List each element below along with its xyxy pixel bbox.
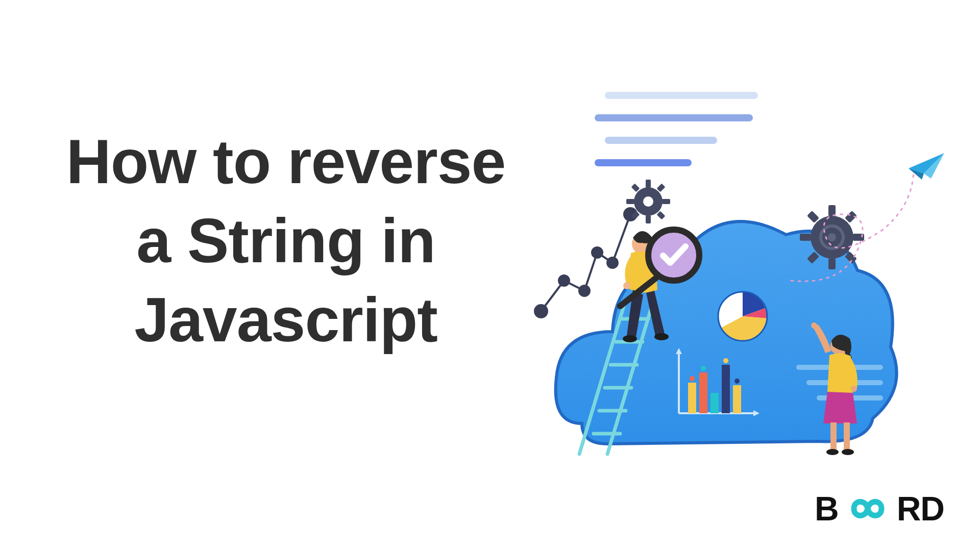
svg-rect-44 bbox=[626, 199, 634, 204]
svg-point-71 bbox=[842, 449, 854, 455]
text-lines-decoration-icon bbox=[595, 92, 758, 166]
svg-rect-47 bbox=[657, 184, 666, 192]
pie-chart-icon bbox=[712, 286, 773, 347]
svg-point-36 bbox=[654, 333, 669, 340]
page-canvas: How to reverse a String in Javascript bbox=[0, 0, 980, 551]
svg-rect-42 bbox=[646, 180, 651, 188]
svg-rect-48 bbox=[631, 211, 640, 220]
svg-rect-18 bbox=[699, 372, 707, 413]
gear-icon bbox=[625, 179, 671, 224]
svg-point-65 bbox=[811, 322, 817, 329]
logo-letters-rd: RD bbox=[897, 489, 944, 528]
title-line-3: Javascript bbox=[31, 281, 541, 360]
svg-point-50 bbox=[643, 196, 653, 207]
svg-rect-46 bbox=[631, 184, 640, 192]
svg-rect-43 bbox=[646, 215, 651, 223]
svg-point-70 bbox=[826, 449, 839, 455]
svg-rect-17 bbox=[688, 383, 696, 413]
page-title: How to reverse a String in Javascript bbox=[31, 122, 541, 360]
infinity-icon bbox=[840, 493, 896, 524]
svg-point-24 bbox=[723, 358, 728, 363]
svg-rect-19 bbox=[710, 393, 719, 413]
svg-marker-16 bbox=[753, 410, 760, 416]
title-line-1: How to reverse bbox=[31, 122, 541, 202]
text-line-icon bbox=[595, 114, 753, 121]
text-line-icon bbox=[595, 159, 692, 166]
person-pointing-icon bbox=[804, 321, 865, 459]
text-line-icon bbox=[605, 137, 717, 144]
svg-point-35 bbox=[623, 335, 637, 342]
svg-point-67 bbox=[851, 386, 857, 392]
svg-rect-49 bbox=[657, 211, 666, 220]
svg-point-5 bbox=[535, 305, 547, 317]
svg-point-37 bbox=[623, 282, 630, 289]
title-line-2: a String in bbox=[31, 202, 541, 281]
logo-letter-b: B bbox=[815, 489, 839, 528]
svg-rect-68 bbox=[830, 422, 837, 450]
board-logo: B RD bbox=[815, 489, 944, 528]
paper-plane-icon bbox=[781, 153, 949, 286]
svg-rect-69 bbox=[844, 422, 850, 450]
svg-rect-20 bbox=[722, 365, 730, 413]
svg-point-25 bbox=[734, 379, 740, 384]
svg-point-23 bbox=[701, 366, 706, 371]
magnifier-icon bbox=[641, 227, 707, 293]
svg-rect-21 bbox=[733, 385, 741, 413]
svg-rect-45 bbox=[662, 199, 670, 204]
text-line-icon bbox=[605, 92, 758, 99]
svg-point-22 bbox=[690, 376, 695, 381]
